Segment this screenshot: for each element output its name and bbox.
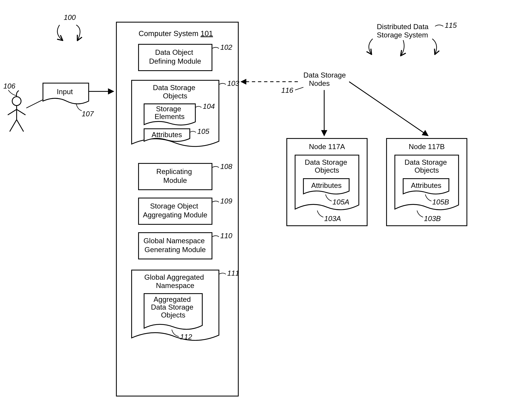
ref-108: 108 xyxy=(220,162,233,170)
svg-text:Distributed Data
      Storage: Distributed Data Storage System xyxy=(377,23,430,39)
computer-system-title: Computer System 101 xyxy=(139,29,213,37)
ref-105: 105 xyxy=(197,127,209,135)
ref-107: 107 xyxy=(82,110,94,118)
distributed-data-storage-system: Distributed Data Storage System 115 xyxy=(369,21,457,56)
svg-text:Attributes: Attributes xyxy=(152,131,182,139)
svg-point-0 xyxy=(12,97,21,105)
user-icon xyxy=(8,91,26,132)
input-document: Input xyxy=(43,83,89,104)
ref-104: 104 xyxy=(203,102,215,110)
svg-line-2 xyxy=(8,109,17,115)
ref-116: 116 xyxy=(281,86,293,94)
ref-105b: 105B xyxy=(432,198,449,206)
ref-103: 103 xyxy=(227,79,239,87)
ref-110: 110 xyxy=(220,232,233,240)
data-storage-objects: Data Storage Objects Storage Elements 10… xyxy=(132,80,219,146)
svg-line-3 xyxy=(17,109,26,115)
data-storage-nodes-label: Data Storage Nodes xyxy=(303,71,348,87)
swirl-100: 100 xyxy=(57,13,80,40)
arrow-to-node-b xyxy=(349,82,428,136)
ref-105a: 105A xyxy=(332,198,349,206)
svg-text:Node 117B: Node 117B xyxy=(409,142,445,151)
ref-112: 112 xyxy=(180,333,192,341)
ref-103b: 103B xyxy=(424,215,441,223)
ref-115: 115 xyxy=(445,21,457,29)
ref-100: 100 xyxy=(64,13,76,21)
svg-text:Attributes: Attributes xyxy=(311,181,342,189)
ref-111: 111 xyxy=(227,269,239,277)
svg-text:Attributes: Attributes xyxy=(411,181,441,189)
input-label: Input xyxy=(57,88,73,96)
global-aggregated-namespace: Global Aggregated Namespace Aggregated D… xyxy=(132,270,219,341)
node-117a: Node 117A Data Storage Objects Attribute… xyxy=(287,139,367,226)
svg-text:Node 117A: Node 117A xyxy=(309,142,345,151)
ref-109: 109 xyxy=(220,197,232,205)
ref-102: 102 xyxy=(220,43,233,51)
diagram-canvas: 100 106 Input 107 Computer System 101 Da… xyxy=(0,0,532,412)
ref-103a: 103A xyxy=(324,215,341,223)
ref-106: 106 xyxy=(3,82,15,90)
svg-line-6 xyxy=(26,100,43,108)
svg-text:Storage
      Elements: Storage Elements xyxy=(155,105,185,121)
svg-line-4 xyxy=(10,120,17,131)
svg-line-5 xyxy=(17,120,24,131)
node-117b: Node 117B Data Storage Objects Attribute… xyxy=(387,139,467,226)
